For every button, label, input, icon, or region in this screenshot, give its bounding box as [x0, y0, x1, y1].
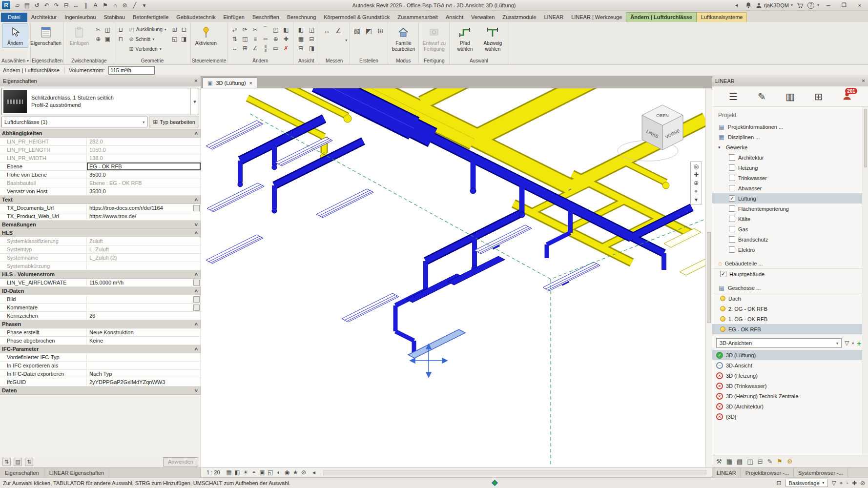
property-value[interactable]: 26 — [87, 312, 201, 320]
navigation-tool-icon[interactable]: ✚ — [694, 171, 699, 178]
ribbon-tab[interactable]: Stahlbau — [100, 13, 129, 22]
view-tool-icon[interactable]: ⊞ — [295, 43, 306, 53]
property-value[interactable] — [87, 262, 201, 270]
linear-tool-icon[interactable]: ▦ — [726, 458, 732, 465]
linear-tool-icon[interactable]: ⚒ — [716, 458, 722, 465]
selection-toggle-icon[interactable]: ✚ — [852, 480, 857, 487]
property-row[interactable]: Höhe von Ebene 3500.0 — [0, 171, 201, 179]
property-value[interactable]: 2yYDPPGaP2GxIMdYZqnWW3 — [87, 378, 201, 386]
property-value[interactable]: https://www.trox.de/ — [87, 212, 201, 220]
modify-tool-icon[interactable]: ⇅ — [229, 34, 240, 43]
property-row[interactable]: Versatz von Host 3500.0 — [0, 187, 201, 196]
ribbon-group-label[interactable]: Messen — [320, 57, 348, 64]
property-row[interactable]: HLS ˄ — [0, 229, 201, 237]
help-icon[interactable]: ? — [807, 2, 814, 9]
modify-tool-icon[interactable]: ⊞ — [240, 43, 250, 53]
selection-toggle-icon[interactable]: ▫ — [847, 480, 848, 487]
ribbon-tab[interactable]: Ingenieurbau — [61, 13, 100, 22]
ribbon-tab[interactable]: Einfügen — [219, 13, 248, 22]
ribbon-group-label[interactable]: Auswählen▾ — [1, 57, 29, 64]
view-item[interactable]: × 3D (Heizung) Technik Zentrale — [712, 391, 862, 401]
qat-icon[interactable]: ▱ — [13, 1, 22, 10]
property-row[interactable]: TX_Documents_Url https://trox-docs.com/r… — [0, 204, 201, 212]
checkbox[interactable] — [729, 164, 735, 171]
ribbon-group-label[interactable]: Geometrie — [115, 57, 189, 64]
trade-item[interactable]: Gas — [712, 224, 862, 234]
property-row[interactable]: Vordefinierter IFC-Typ — [0, 353, 201, 362]
ribbon-tab[interactable]: Ansicht — [442, 13, 467, 22]
qat-icon[interactable]: A — [91, 1, 100, 10]
property-value[interactable]: 138.0 — [87, 154, 201, 162]
ribbon-tab[interactable]: LINEAR | Werkzeuge — [567, 13, 626, 22]
geometry-dropdown-button[interactable]: ⊞ Verbinden ▾ — [126, 44, 168, 54]
property-row[interactable]: Phasen ˄ — [0, 320, 201, 328]
navigation-tool-icon[interactable]: ▾ — [695, 196, 698, 203]
geometry-dropdown-button[interactable]: ⊘ Schnitt ▾ — [126, 35, 168, 44]
property-row[interactable]: LIN_PR_HEIGHT 282.0 — [0, 138, 201, 146]
view-control-icon[interactable]: ▦ — [225, 469, 233, 476]
checkbox[interactable] — [729, 226, 735, 232]
ribbon-group-label[interactable]: Auswahl — [451, 57, 507, 64]
associate-parameter-button[interactable] — [193, 205, 200, 211]
modify-tool-icon[interactable]: ∠ — [250, 43, 260, 53]
qat-icon[interactable]: ⚑ — [101, 1, 110, 10]
section-chevron-icon[interactable]: ˄ — [192, 287, 201, 295]
ribbon-group-label[interactable]: Ansicht — [294, 57, 318, 64]
section-chevron-icon[interactable]: ˄ — [192, 345, 201, 353]
modify-tool-icon[interactable]: ✚ — [281, 34, 291, 43]
ribbon-tab[interactable]: Verwalten — [467, 13, 498, 22]
ribbon-tab[interactable]: Körpermodell & Grundstück — [320, 13, 393, 22]
browser-tab[interactable]: LINEAR — [712, 468, 741, 477]
view-item[interactable]: × 3D (Trinkwasser) — [712, 381, 862, 391]
create-tool-icon[interactable]: ⊞ — [375, 25, 386, 36]
associate-parameter-button[interactable] — [193, 305, 200, 311]
measure-tool-icon[interactable]: ∠ — [333, 25, 344, 36]
add-view-icon[interactable]: + — [857, 339, 862, 347]
property-row[interactable]: HLS - Volumenstrom ˄ — [0, 270, 201, 279]
property-row[interactable]: In IFC-Datei exportieren Nach Typ — [0, 370, 201, 378]
ribbon-tab[interactable]: LINEAR — [540, 13, 567, 22]
view-control-icon[interactable]: ◱ — [267, 469, 275, 476]
user-notifications-button[interactable]: 201 — [839, 91, 855, 102]
modify-button[interactable]: Ändern — [2, 23, 28, 48]
design-to-fabrication-button[interactable]: Entwurf zu Fertigung — [421, 23, 447, 53]
trade-item[interactable]: Kälte — [712, 214, 862, 224]
volumenstrom-input[interactable] — [108, 66, 155, 75]
navigation-tool-icon[interactable]: ⊕ — [694, 180, 699, 186]
chevron-down-icon[interactable]: ▾ — [852, 341, 854, 346]
close-icon[interactable]: × — [249, 80, 252, 86]
property-value[interactable]: 115.0000 m³/h — [87, 279, 201, 286]
chevron-down-icon[interactable]: ▾ — [817, 3, 819, 7]
ribbon-tab[interactable]: Luftkanalsysteme — [697, 12, 747, 22]
view-item[interactable]: − 3D-Ansicht — [712, 360, 862, 370]
modify-tool-icon[interactable]: ⇄ — [229, 25, 240, 34]
section-chevron-icon[interactable]: ˄ — [192, 320, 201, 328]
selection-toggle-icon[interactable]: ▽ — [832, 480, 836, 487]
selected-slot-diffuser[interactable] — [408, 329, 465, 377]
property-value[interactable]: 282.0 — [87, 138, 201, 145]
view-tool-icon[interactable]: ◨ — [306, 43, 317, 53]
view-control-icon[interactable]: ◉ — [283, 469, 291, 476]
type-selector[interactable]: Schlitzdurchlass, 1 Stutzen seitlich Pro… — [1, 88, 199, 115]
level-item[interactable]: 2. OG - OK RFB — [712, 304, 862, 314]
element-filter-combo[interactable]: Luftdurchlässe (1) ▾ — [1, 117, 147, 127]
chevron-down-icon[interactable]: ▾ — [190, 88, 199, 115]
qat-icon[interactable]: ▾ — [140, 1, 149, 10]
modify-tool-icon[interactable]: ⌒ — [260, 25, 270, 34]
view-control-icon[interactable]: ⊘ — [300, 469, 308, 476]
modify-tool-icon[interactable]: ⊕ — [270, 34, 281, 43]
property-value[interactable]: L_Zuluft (2) — [87, 254, 201, 262]
sort-sections-icon[interactable]: ▤ — [14, 458, 22, 466]
property-value[interactable]: 3500.0 — [87, 187, 201, 195]
clipboard-tool-icon[interactable]: ✂ — [94, 25, 103, 34]
property-row[interactable]: Systemtyp L_Zuluft — [0, 245, 201, 254]
geometry-tool-icon[interactable]: ⊞ — [170, 25, 179, 34]
property-row[interactable]: Bild — [0, 295, 201, 304]
checkbox[interactable] — [729, 185, 735, 191]
linear-tool-icon[interactable]: ▤ — [737, 458, 743, 465]
qat-icon[interactable]: ↺ — [32, 1, 41, 10]
vertical-scrollbar[interactable] — [705, 88, 712, 467]
section-chevron-icon[interactable]: ˅ — [192, 221, 201, 228]
trade-item[interactable]: Trinkwasser — [712, 173, 862, 183]
geometry-tool-icon[interactable]: ◨ — [180, 35, 188, 43]
